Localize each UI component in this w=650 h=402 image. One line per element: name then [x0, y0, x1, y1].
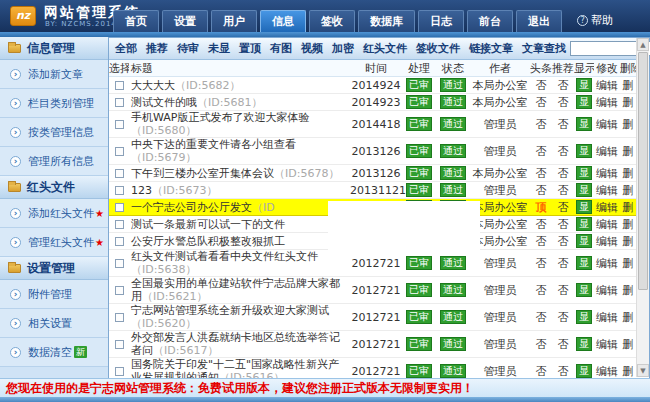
show-badge[interactable]: 显 [576, 364, 592, 378]
row-checkbox[interactable] [115, 259, 124, 268]
row-title-link[interactable]: 红头文件测试着看看中央文件红头文件 [131, 250, 318, 263]
edit-link[interactable]: 编辑 [596, 145, 618, 158]
sidebar-item-add-redhead-file[interactable]: ›添加红头文件★ [0, 199, 108, 228]
status-badge[interactable]: 通过 [440, 117, 466, 131]
process-badge[interactable]: 已审 [406, 144, 432, 158]
row-checkbox[interactable] [115, 98, 124, 107]
edit-link[interactable]: 编辑 [596, 184, 618, 197]
vertical-scrollbar[interactable]: ▲ ▼ [636, 38, 649, 377]
nav-logs[interactable]: 日志 [418, 10, 464, 32]
show-badge[interactable]: 显 [576, 217, 592, 231]
status-badge[interactable]: 通过 [440, 78, 466, 92]
sidebar-section-redhead-files[interactable]: 红头文件 [0, 176, 108, 199]
scroll-up-icon[interactable]: ▲ [637, 38, 649, 51]
sidebar-item-category-manage[interactable]: ›栏目类别管理 [0, 89, 108, 118]
sidebar-section-info-manage[interactable]: 信息管理 [0, 37, 108, 60]
sidebar-item-attachment-manage[interactable]: ›附件管理 [0, 280, 108, 309]
status-badge[interactable]: 通过 [440, 183, 466, 197]
row-title-link[interactable]: 测试文件的哦 [131, 96, 197, 109]
process-badge[interactable]: 已审 [406, 117, 432, 131]
show-badge[interactable]: 显 [576, 200, 592, 214]
process-badge[interactable]: 已审 [406, 310, 432, 324]
tab-with-image[interactable]: 有图 [270, 41, 292, 56]
sidebar-item-data-clear[interactable]: ›数据清空新 [0, 338, 108, 367]
row-checkbox[interactable] [115, 169, 124, 178]
show-badge[interactable]: 显 [576, 78, 592, 92]
edit-link[interactable]: 编辑 [596, 201, 618, 214]
delete-link[interactable]: 删 [623, 184, 634, 197]
delete-link[interactable]: 删 [623, 257, 634, 270]
tab-pending[interactable]: 待审 [177, 41, 199, 56]
nav-users[interactable]: 用户 [211, 10, 257, 32]
show-badge[interactable]: 显 [576, 337, 592, 351]
row-checkbox[interactable] [115, 220, 124, 229]
tab-recommended[interactable]: 推荐 [146, 41, 168, 56]
tab-link-article[interactable]: 链接文章 [469, 41, 513, 56]
nav-sign[interactable]: 签收 [309, 10, 355, 32]
show-badge[interactable]: 显 [576, 256, 592, 270]
process-badge[interactable]: 已审 [406, 364, 432, 378]
nav-logout[interactable]: 退出 [516, 10, 562, 32]
status-badge[interactable]: 通过 [440, 144, 466, 158]
process-badge[interactable]: 已审 [406, 166, 432, 180]
nav-info[interactable]: 信息 [260, 10, 306, 32]
tab-video[interactable]: 视频 [301, 41, 323, 56]
delete-link[interactable]: 删 [623, 311, 634, 324]
edit-link[interactable]: 编辑 [596, 338, 618, 351]
row-title-link[interactable]: 下午到三楼办公室开集体会议 [131, 167, 274, 180]
delete-link[interactable]: 删 [623, 79, 634, 92]
row-checkbox[interactable] [115, 147, 124, 156]
scrollbar-thumb[interactable] [638, 52, 648, 290]
delete-link[interactable]: 删 [623, 235, 634, 248]
process-badge[interactable]: 已审 [406, 283, 432, 297]
delete-link[interactable]: 删 [623, 365, 634, 378]
process-badge[interactable]: 已审 [406, 95, 432, 109]
row-title-link[interactable]: 手机WAP版正式发布了欢迎大家体验 [131, 111, 309, 124]
row-checkbox[interactable] [115, 120, 124, 129]
show-badge[interactable]: 显 [576, 234, 592, 248]
row-checkbox[interactable] [115, 81, 124, 90]
edit-link[interactable]: 编辑 [596, 79, 618, 92]
sidebar-item-related-settings[interactable]: ›相关设置 [0, 309, 108, 338]
row-checkbox[interactable] [115, 340, 124, 349]
sidebar-item-manage-all-info[interactable]: ›管理所有信息 [0, 147, 108, 176]
edit-link[interactable]: 编辑 [596, 235, 618, 248]
row-checkbox[interactable] [115, 186, 124, 195]
edit-link[interactable]: 编辑 [596, 284, 618, 297]
edit-link[interactable]: 编辑 [596, 365, 618, 378]
delete-link[interactable]: 删 [623, 118, 634, 131]
show-badge[interactable]: 显 [576, 283, 592, 297]
edit-link[interactable]: 编辑 [596, 311, 618, 324]
row-title-link[interactable]: 一个宁志公司办公厅发文 [131, 201, 252, 214]
status-badge[interactable]: 通过 [440, 337, 466, 351]
nav-frontend[interactable]: 前台 [467, 10, 513, 32]
row-checkbox[interactable] [115, 367, 124, 376]
delete-link[interactable]: 删 [623, 201, 634, 214]
edit-link[interactable]: 编辑 [596, 167, 618, 180]
row-checkbox[interactable] [115, 313, 124, 322]
sidebar-section-settings-manage[interactable]: 设置管理 [0, 257, 108, 280]
tab-pinned[interactable]: 置顶 [239, 41, 261, 56]
status-badge[interactable]: 通过 [440, 364, 466, 378]
row-checkbox[interactable] [115, 203, 124, 212]
status-badge[interactable]: 通过 [440, 95, 466, 109]
status-badge[interactable]: 通过 [440, 283, 466, 297]
sidebar-item-manage-redhead-file[interactable]: ›管理红头文件★ [0, 228, 108, 257]
process-badge[interactable]: 已审 [406, 78, 432, 92]
scroll-down-icon[interactable]: ▼ [637, 364, 649, 377]
tab-sign-file[interactable]: 签收文件 [416, 41, 460, 56]
tab-encrypted[interactable]: 加密 [332, 41, 354, 56]
sidebar-item-manage-by-category[interactable]: ›按类管理信息 [0, 118, 108, 147]
row-title-link[interactable]: 宁志网站管理系统全新升级欢迎大家测试 [131, 304, 329, 317]
row-title-link[interactable]: 123 [131, 184, 152, 197]
show-badge[interactable]: 显 [576, 183, 592, 197]
edit-link[interactable]: 编辑 [596, 96, 618, 109]
show-badge[interactable]: 显 [576, 144, 592, 158]
delete-link[interactable]: 删 [623, 284, 634, 297]
delete-link[interactable]: 删 [623, 218, 634, 231]
delete-link[interactable]: 删 [623, 338, 634, 351]
nav-settings[interactable]: 设置 [162, 10, 208, 32]
tab-hidden[interactable]: 未显 [208, 41, 230, 56]
show-badge[interactable]: 显 [576, 117, 592, 131]
delete-link[interactable]: 删 [623, 96, 634, 109]
